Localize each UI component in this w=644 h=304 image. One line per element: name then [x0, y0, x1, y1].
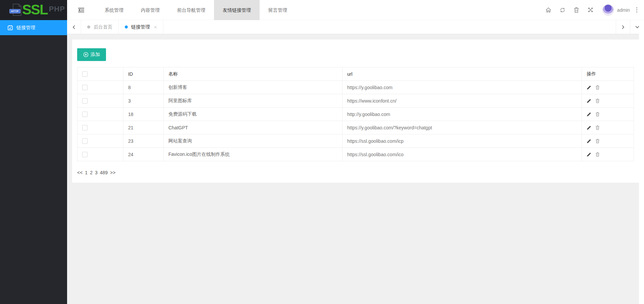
expand-icon[interactable] [584, 0, 598, 20]
links-table: ID 名称 url 操作 8 创新博客 https://y.g [77, 67, 634, 161]
scrollbar-track[interactable] [639, 20, 644, 304]
cell-id: 18 [123, 108, 164, 121]
tab-dot [125, 25, 128, 28]
delete-trash-icon[interactable] [595, 139, 600, 143]
cell-url: https://ssl.goolibao.com/ico [342, 148, 582, 161]
circle-plus-icon [83, 52, 89, 57]
cell-id: 8 [123, 81, 164, 94]
edit-pencil-icon[interactable] [587, 112, 591, 117]
table-row: 24 Favicon.ico图片在线制作系统 https://ssl.gooli… [77, 148, 634, 161]
page-number[interactable]: 1 [85, 170, 88, 175]
topbar-right: admin [541, 0, 644, 20]
table-row: 3 阿里图标库 https://www.iconfont.cn/ [77, 94, 634, 108]
select-all-checkbox[interactable] [82, 71, 88, 77]
cell-name: 免费源码下载 [164, 108, 342, 121]
edit-pencil-icon[interactable] [587, 139, 591, 143]
table-header-row: ID 名称 url 操作 [77, 67, 634, 81]
delete-trash-icon[interactable] [595, 112, 600, 117]
row-checkbox[interactable] [82, 138, 88, 144]
cell-name: 创新博客 [164, 81, 342, 94]
app-root: HTTP SSL PHP 链接管理 [0, 0, 644, 304]
nav-item-messages[interactable]: 留言管理 [260, 0, 296, 20]
tab-dashboard[interactable]: 后台首页 [81, 20, 119, 34]
collapse-sidebar-icon[interactable] [76, 5, 87, 15]
row-checkbox[interactable] [82, 98, 88, 104]
sidebar-item-link-manage[interactable]: 链接管理 [0, 20, 67, 35]
home-icon[interactable] [541, 0, 555, 20]
nav-item-content[interactable]: 内容管理 [132, 0, 168, 20]
cell-name: Favicon.ico图片在线制作系统 [164, 148, 342, 161]
delete-trash-icon[interactable] [595, 99, 600, 103]
table-row: 23 网站案查询 https://ssl.goolibao.com/icp [77, 134, 634, 148]
tabs-scroll-left-icon[interactable] [67, 20, 81, 34]
table-row: 8 创新博客 https://y.goolibao.com [77, 81, 634, 94]
logo: HTTP SSL PHP [0, 0, 67, 20]
close-tab-icon[interactable]: × [154, 24, 157, 29]
cell-id: 23 [123, 134, 164, 148]
nav-item-system[interactable]: 系统管理 [96, 0, 132, 20]
tab-label: 链接管理 [131, 24, 150, 30]
page-next[interactable]: >> [110, 170, 115, 175]
cell-id: 21 [123, 121, 164, 134]
col-header-name: 名称 [164, 67, 342, 81]
delete-trash-icon[interactable] [595, 125, 600, 130]
pagination: << 1 2 3 489 >> [77, 170, 634, 175]
cell-id: 3 [123, 94, 164, 108]
page-number[interactable]: 2 [90, 170, 93, 175]
tab-link-manage[interactable]: 链接管理 × [119, 20, 163, 34]
edit-pencil-icon[interactable] [587, 99, 591, 103]
sidebar: HTTP SSL PHP 链接管理 [0, 0, 67, 304]
nav-item-front-nav[interactable]: 前台导航管理 [168, 0, 214, 20]
username[interactable]: admin [617, 7, 630, 13]
content-area: 添加 ID 名称 url 操作 [67, 34, 644, 304]
main-area: 系统管理 内容管理 前台导航管理 友情链接管理 留言管理 [67, 0, 644, 304]
edit-pencil-icon[interactable] [587, 85, 591, 90]
col-header-ops: 操作 [582, 67, 634, 81]
top-navigation: 系统管理 内容管理 前台导航管理 友情链接管理 留言管理 [96, 0, 296, 20]
trash-icon[interactable] [570, 0, 584, 20]
row-checkbox[interactable] [82, 112, 88, 117]
cell-id: 24 [123, 148, 164, 161]
page-prev[interactable]: << [77, 170, 83, 175]
table-row: 18 免费源码下载 http://y.goolibao.com [77, 108, 634, 121]
avatar[interactable] [602, 4, 614, 16]
sidebar-menu: 链接管理 [0, 20, 67, 35]
row-checkbox[interactable] [82, 85, 88, 90]
refresh-icon[interactable] [555, 0, 570, 20]
cell-url: https://y.goolibao.com [342, 81, 582, 94]
sidebar-item-label: 链接管理 [16, 25, 35, 31]
tab-dot [87, 25, 90, 28]
more-vertical-icon[interactable] [630, 0, 643, 20]
table-row: 21 ChatGPT https://y.goolibao.com/?keywo… [77, 121, 634, 134]
cell-name: ChatGPT [164, 121, 342, 134]
edit-pencil-icon[interactable] [587, 152, 591, 157]
cell-url: http://y.goolibao.com [342, 108, 582, 121]
top-header: 系统管理 内容管理 前台导航管理 友情链接管理 留言管理 [67, 0, 644, 20]
tab-label: 后台首页 [94, 24, 112, 30]
page-number[interactable]: 489 [100, 170, 108, 175]
logo-ssl-text: SSL [22, 2, 48, 17]
tab-bar: 后台首页 链接管理 × [67, 20, 644, 34]
cell-name: 网站案查询 [164, 134, 342, 148]
col-header-url: url [342, 67, 582, 81]
cell-url: https://ssl.goolibao.com/icp [342, 134, 582, 148]
cell-url: https://www.iconfont.cn/ [342, 94, 582, 108]
logo-php-text: PHP [49, 5, 65, 13]
delete-trash-icon[interactable] [595, 85, 600, 90]
http-badge: HTTP [9, 9, 20, 13]
cell-name: 阿里图标库 [164, 94, 342, 108]
calendar-check-icon [7, 25, 13, 31]
tabs-scroll-right-icon[interactable] [616, 20, 630, 34]
edit-pencil-icon[interactable] [587, 125, 591, 130]
add-button-label: 添加 [91, 52, 100, 58]
nav-item-friend-links[interactable]: 友情链接管理 [214, 0, 260, 20]
link-manage-card: 添加 ID 名称 url 操作 [72, 40, 639, 183]
page-number[interactable]: 3 [95, 170, 98, 175]
add-button[interactable]: 添加 [77, 48, 106, 61]
row-checkbox[interactable] [82, 152, 88, 157]
row-checkbox[interactable] [82, 125, 88, 130]
cell-url: https://y.goolibao.com/?keyword=chatgpt [342, 121, 582, 134]
col-header-id: ID [123, 67, 164, 81]
delete-trash-icon[interactable] [595, 152, 600, 157]
